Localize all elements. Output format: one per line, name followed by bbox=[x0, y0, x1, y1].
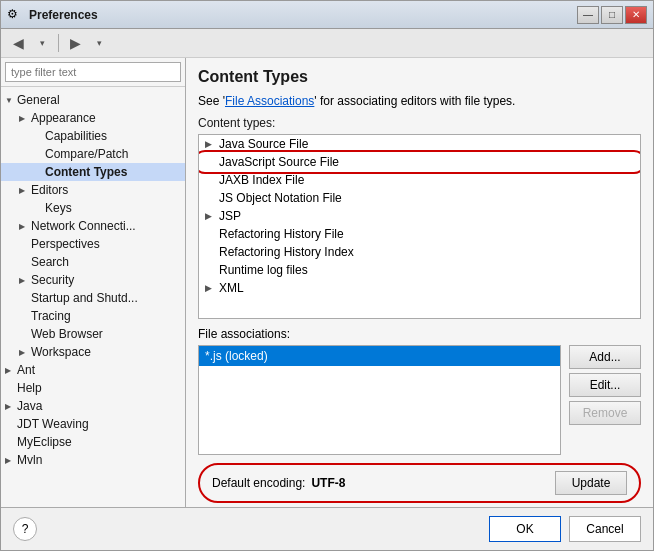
tree-item-security[interactable]: ▶Security bbox=[1, 271, 185, 289]
file-assoc-area: *.js (locked) Add... Edit... Remove bbox=[198, 345, 641, 455]
content-type-item-refactoring-history[interactable]: Refactoring History File bbox=[199, 225, 640, 243]
panel-title: Content Types bbox=[198, 68, 641, 86]
tree-item-content-types[interactable]: Content Types bbox=[1, 163, 185, 181]
tree-label-keys: Keys bbox=[45, 201, 72, 215]
ci-label-javascript-source: JavaScript Source File bbox=[219, 155, 339, 169]
back-dropdown-button[interactable]: ▾ bbox=[31, 32, 53, 54]
ci-label-jaxb-index: JAXB Index File bbox=[219, 173, 304, 187]
file-assoc-link-row: See 'File Associations' for associating … bbox=[198, 94, 641, 108]
tree-item-ant[interactable]: ▶Ant bbox=[1, 361, 185, 379]
tree-label-search: Search bbox=[31, 255, 69, 269]
tree-label-ant: Ant bbox=[17, 363, 35, 377]
dialog-footer: ? OK Cancel bbox=[1, 507, 653, 550]
tree-item-tracing[interactable]: Tracing bbox=[1, 307, 185, 325]
tree-item-editors[interactable]: ▶Editors bbox=[1, 181, 185, 199]
maximize-button[interactable]: □ bbox=[601, 6, 623, 24]
tree-label-java: Java bbox=[17, 399, 42, 413]
left-panel: ▼General▶AppearanceCapabilitiesCompare/P… bbox=[1, 58, 186, 507]
tree-label-help: Help bbox=[17, 381, 42, 395]
content-type-item-javascript-source[interactable]: JavaScript Source File bbox=[199, 153, 640, 171]
content-type-item-js-object-notation[interactable]: JS Object Notation File bbox=[199, 189, 640, 207]
tree-arrow-security: ▶ bbox=[19, 276, 31, 285]
content-type-item-java-source[interactable]: ▶Java Source File bbox=[199, 135, 640, 153]
tree-arrow-network-connections: ▶ bbox=[19, 222, 31, 231]
tree-item-keys[interactable]: Keys bbox=[1, 199, 185, 217]
content-types-label: Content types: bbox=[198, 116, 641, 130]
back-button[interactable]: ◀ bbox=[7, 32, 29, 54]
content-type-item-jaxb-index[interactable]: JAXB Index File bbox=[199, 171, 640, 189]
help-button[interactable]: ? bbox=[13, 517, 37, 541]
minimize-button[interactable]: — bbox=[577, 6, 599, 24]
encoding-value: UTF-8 bbox=[311, 476, 345, 490]
tree-item-compare-patch[interactable]: Compare/Patch bbox=[1, 145, 185, 163]
tree-item-capabilities[interactable]: Capabilities bbox=[1, 127, 185, 145]
ci-label-refactoring-history-index: Refactoring History Index bbox=[219, 245, 354, 259]
tree-label-capabilities: Capabilities bbox=[45, 129, 107, 143]
tree-item-general[interactable]: ▼General bbox=[1, 91, 185, 109]
ci-label-js-object-notation: JS Object Notation File bbox=[219, 191, 342, 205]
tree-label-workspace: Workspace bbox=[31, 345, 91, 359]
forward-button[interactable]: ▶ bbox=[64, 32, 86, 54]
encoding-section: Default encoding: UTF-8 Update bbox=[198, 463, 641, 503]
update-button[interactable]: Update bbox=[555, 471, 627, 495]
edit-button[interactable]: Edit... bbox=[569, 373, 641, 397]
add-button[interactable]: Add... bbox=[569, 345, 641, 369]
file-assoc-buttons: Add... Edit... Remove bbox=[569, 345, 641, 455]
tree-item-perspectives[interactable]: Perspectives bbox=[1, 235, 185, 253]
tree-label-compare-patch: Compare/Patch bbox=[45, 147, 128, 161]
ci-label-runtime-log: Runtime log files bbox=[219, 263, 308, 277]
filter-box bbox=[1, 58, 185, 87]
dialog-main: ▼General▶AppearanceCapabilitiesCompare/P… bbox=[1, 58, 653, 507]
tree-arrow-mvln: ▶ bbox=[5, 456, 17, 465]
content-type-item-refactoring-history-index[interactable]: Refactoring History Index bbox=[199, 243, 640, 261]
cancel-button[interactable]: Cancel bbox=[569, 516, 641, 542]
tree-label-editors: Editors bbox=[31, 183, 68, 197]
ci-label-jsp: JSP bbox=[219, 209, 241, 223]
tree-arrow-java: ▶ bbox=[5, 402, 17, 411]
dialog-icon: ⚙ bbox=[7, 7, 23, 23]
toolbar-separator bbox=[58, 34, 59, 52]
tree-arrow-general: ▼ bbox=[5, 96, 17, 105]
tree-item-workspace[interactable]: ▶Workspace bbox=[1, 343, 185, 361]
file-associations-link[interactable]: File Associations bbox=[225, 94, 314, 108]
content-type-item-runtime-log[interactable]: Runtime log files bbox=[199, 261, 640, 279]
tree-label-security: Security bbox=[31, 273, 74, 287]
tree-item-jdt-weaving[interactable]: JDT Weaving bbox=[1, 415, 185, 433]
ci-arrow-jsp: ▶ bbox=[205, 211, 219, 221]
tree-item-startup-shutdown[interactable]: Startup and Shutd... bbox=[1, 289, 185, 307]
close-button[interactable]: ✕ bbox=[625, 6, 647, 24]
filter-input[interactable] bbox=[5, 62, 181, 82]
encoding-label: Default encoding: bbox=[212, 476, 305, 490]
left-scroll-area: ▼General▶AppearanceCapabilitiesCompare/P… bbox=[1, 87, 185, 507]
tree-item-myeclipse[interactable]: MyEclipse bbox=[1, 433, 185, 451]
tree-label-web-browser: Web Browser bbox=[31, 327, 103, 341]
content-type-item-xml[interactable]: ▶XML bbox=[199, 279, 640, 297]
tree-item-web-browser[interactable]: Web Browser bbox=[1, 325, 185, 343]
file-assoc-header: File associations: bbox=[198, 327, 641, 341]
tree-label-appearance: Appearance bbox=[31, 111, 96, 125]
tree-arrow-editors: ▶ bbox=[19, 186, 31, 195]
tree-label-myeclipse: MyEclipse bbox=[17, 435, 72, 449]
tree-label-network-connections: Network Connecti... bbox=[31, 219, 136, 233]
remove-button[interactable]: Remove bbox=[569, 401, 641, 425]
content-type-item-jsp[interactable]: ▶JSP bbox=[199, 207, 640, 225]
tree-arrow-appearance: ▶ bbox=[19, 114, 31, 123]
ci-arrow-xml: ▶ bbox=[205, 283, 219, 293]
ok-button[interactable]: OK bbox=[489, 516, 561, 542]
file-assoc-item-js-locked[interactable]: *.js (locked) bbox=[199, 346, 560, 366]
forward-dropdown-button[interactable]: ▾ bbox=[88, 32, 110, 54]
tree-label-general: General bbox=[17, 93, 60, 107]
tree-item-network-connections[interactable]: ▶Network Connecti... bbox=[1, 217, 185, 235]
content-types-list: ▶Java Source FileJavaScript Source FileJ… bbox=[199, 135, 640, 318]
tree-label-perspectives: Perspectives bbox=[31, 237, 100, 251]
ci-label-refactoring-history: Refactoring History File bbox=[219, 227, 344, 241]
tree-item-help[interactable]: Help bbox=[1, 379, 185, 397]
right-panel: Content Types See 'File Associations' fo… bbox=[186, 58, 653, 507]
footer-buttons: OK Cancel bbox=[489, 516, 641, 542]
preferences-dialog: ⚙ Preferences — □ ✕ ◀ ▾ ▶ ▾ ▼General▶App… bbox=[0, 0, 654, 551]
tree-item-appearance[interactable]: ▶Appearance bbox=[1, 109, 185, 127]
dialog-body: ◀ ▾ ▶ ▾ ▼General▶AppearanceCapabilitiesC… bbox=[1, 29, 653, 550]
tree-item-mvln[interactable]: ▶Mvln bbox=[1, 451, 185, 469]
tree-item-java[interactable]: ▶Java bbox=[1, 397, 185, 415]
tree-item-search[interactable]: Search bbox=[1, 253, 185, 271]
